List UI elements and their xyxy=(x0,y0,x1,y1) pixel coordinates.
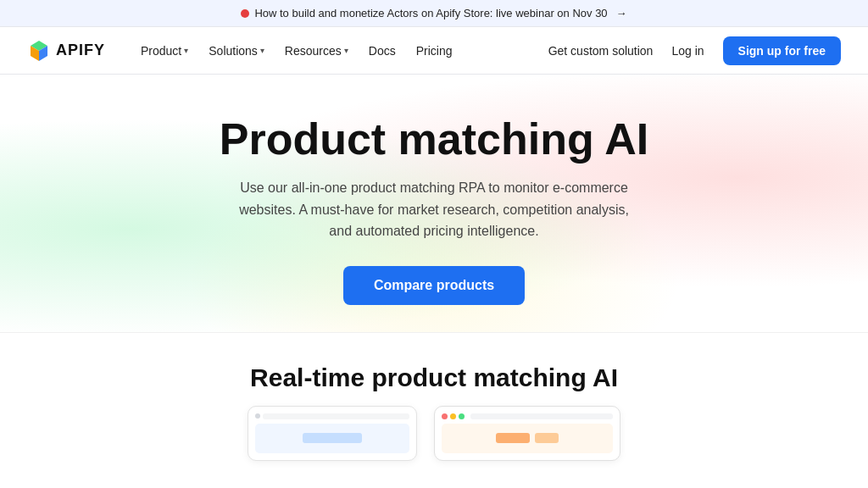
announcement-text: How to build and monetize Actors on Apif… xyxy=(254,7,607,19)
url-dot-1 xyxy=(255,413,260,419)
card-2-bar-1 xyxy=(496,433,530,443)
nav-docs-label: Docs xyxy=(369,44,396,58)
dashboard-card-2 xyxy=(434,406,620,461)
nav-item-docs[interactable]: Docs xyxy=(360,39,404,63)
logo-icon xyxy=(27,39,51,63)
chevron-down-icon: ▾ xyxy=(260,46,264,55)
hero-title: Product matching AI xyxy=(27,115,841,164)
navbar: APIFY Product ▾ Solutions ▾ Resources ▾ … xyxy=(0,27,868,75)
nav-product-label: Product xyxy=(141,44,181,58)
card-2-bar-2 xyxy=(535,433,559,443)
nav-resources-label: Resources xyxy=(285,44,342,58)
card-2-url-bar xyxy=(442,413,613,419)
hero-subtitle: Use our all-in-one product matching RPA … xyxy=(231,177,637,242)
dot-green-icon xyxy=(459,413,465,419)
nav-solutions-label: Solutions xyxy=(209,44,258,58)
compare-products-button[interactable]: Compare products xyxy=(343,266,525,305)
dashboard-strip xyxy=(0,399,868,461)
logo[interactable]: APIFY xyxy=(27,39,105,63)
card-1-url-bar xyxy=(255,413,409,419)
dot-yellow-icon xyxy=(450,413,456,419)
dashboard-card-1 xyxy=(248,406,417,461)
nav-item-product[interactable]: Product ▾ xyxy=(132,39,197,63)
announcement-bar[interactable]: How to build and monetize Actors on Apif… xyxy=(0,0,868,27)
login-button[interactable]: Log in xyxy=(663,39,712,63)
card-1-content xyxy=(255,424,409,453)
nav-links: Product ▾ Solutions ▾ Resources ▾ Docs P… xyxy=(132,39,548,63)
url-input-1 xyxy=(263,413,409,419)
live-indicator xyxy=(241,9,249,18)
card-2-content xyxy=(442,424,613,453)
signup-button[interactable]: Sign up for free xyxy=(723,36,841,65)
nav-item-resources[interactable]: Resources ▾ xyxy=(276,39,357,63)
announcement-arrow: → xyxy=(616,7,627,19)
url-input-2 xyxy=(470,413,613,419)
chevron-down-icon: ▾ xyxy=(344,46,348,55)
card-1-bar xyxy=(303,433,362,443)
section-title: Real-time product matching AI xyxy=(27,363,841,392)
get-custom-solution-link[interactable]: Get custom solution xyxy=(548,44,654,58)
nav-pricing-label: Pricing xyxy=(416,44,453,58)
dot-red-icon xyxy=(442,413,448,419)
hero-content: Product matching AI Use our all-in-one p… xyxy=(27,115,841,305)
logo-text: APIFY xyxy=(56,42,105,59)
section-title-wrap: Real-time product matching AI xyxy=(0,332,868,399)
hero-section: Product matching AI Use our all-in-one p… xyxy=(0,75,868,332)
chevron-down-icon: ▾ xyxy=(184,46,188,55)
nav-item-solutions[interactable]: Solutions ▾ xyxy=(200,39,273,63)
nav-item-pricing[interactable]: Pricing xyxy=(408,39,461,63)
nav-right: Get custom solution Log in Sign up for f… xyxy=(548,36,841,65)
